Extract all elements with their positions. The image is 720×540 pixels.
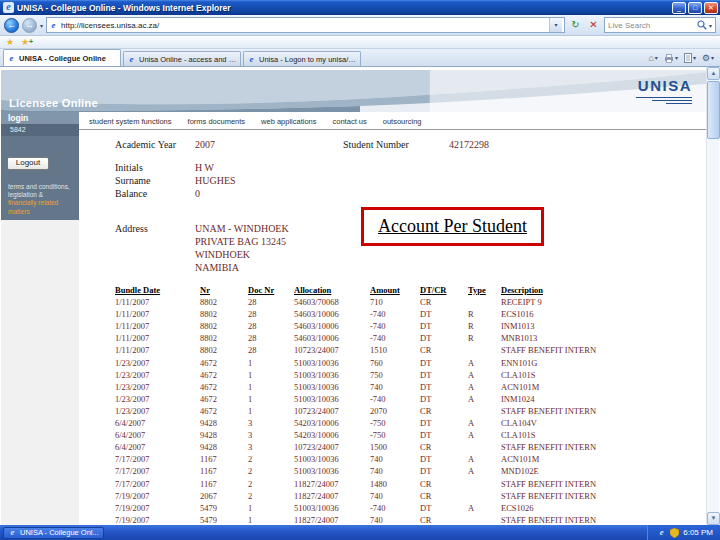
column-header: Bundle Date — [115, 284, 200, 296]
table-cell: A — [468, 369, 501, 381]
history-dropdown-icon[interactable]: ▾ — [40, 22, 43, 29]
address-field[interactable]: e http://licensees.unisa.ac.za/ ▾ — [46, 17, 565, 33]
table-cell: CR — [420, 490, 468, 502]
table-cell: 7/17/2007 — [115, 465, 200, 477]
table-cell: 1/23/2007 — [115, 393, 200, 405]
ie-window: e UNISA - Collegue Online - Windows Inte… — [0, 0, 720, 540]
search-dropdown-icon[interactable]: ▾ — [709, 22, 712, 29]
back-button[interactable]: ← — [4, 18, 19, 33]
stop-button[interactable]: ✕ — [586, 18, 601, 33]
address-bar: ← → ▾ e http://licensees.unisa.ac.za/ ▾ … — [0, 15, 720, 36]
table-cell: 1/23/2007 — [115, 405, 200, 417]
table-cell: MNB1013 — [501, 332, 702, 344]
table-row: 1/23/20074672151003/10036750DTACLA101S — [115, 369, 702, 381]
table-cell: 710 — [370, 296, 420, 308]
url-text[interactable]: http://licensees.unisa.ac.za/ — [61, 21, 546, 30]
nav-link[interactable]: web applications — [261, 117, 316, 126]
scroll-down-icon[interactable]: ▼ — [707, 512, 720, 525]
terms-line: legislation & — [8, 191, 74, 199]
nav-link[interactable]: student system functions — [89, 117, 172, 126]
table-cell: 4672 — [200, 381, 248, 393]
security-shield-icon[interactable] — [670, 528, 679, 538]
browser-tab[interactable]: eUNISA - Collegue Online — [3, 49, 121, 66]
nav-link[interactable]: forms documents — [188, 117, 246, 126]
table-row: 1/23/20074672151003/10036760DTAENN101G — [115, 357, 702, 369]
minimize-button[interactable]: _ — [672, 2, 686, 14]
table-cell: CR — [420, 514, 468, 525]
student-number-label: Student Number — [343, 138, 449, 151]
print-button[interactable]: ▾ — [664, 53, 678, 63]
table-cell: 28 — [248, 296, 294, 308]
search-icon[interactable] — [697, 20, 707, 30]
table-row: 7/17/20071167211827/240071480CRSTAFF BEN… — [115, 478, 702, 490]
refresh-button[interactable]: ↻ — [568, 18, 583, 33]
search-input[interactable]: Live Search ▾ — [604, 17, 716, 33]
page-menu-button[interactable]: ▾ — [684, 53, 696, 63]
table-cell: DT — [420, 369, 468, 381]
table-cell: 28 — [248, 332, 294, 344]
table-cell: 6/4/2007 — [115, 429, 200, 441]
table-cell: -750 — [370, 429, 420, 441]
table-cell: A — [468, 453, 501, 465]
table-row: 7/17/20071167251003/10036740DTAACN101M — [115, 453, 702, 465]
left-gutter — [1, 220, 79, 525]
terms-link[interactable]: financially related matters — [8, 199, 74, 216]
browser-tab[interactable]: eUnisa Online - access and regist... — [123, 51, 241, 66]
table-cell: A — [468, 357, 501, 369]
table-cell: DT — [420, 308, 468, 320]
favorites-star-icon[interactable]: ★ — [6, 37, 14, 48]
taskbar-task-button[interactable]: e UNISA - Collegue Onl... — [3, 527, 104, 539]
table-row: 1/11/200788022810723/240071510CRSTAFF BE… — [115, 344, 702, 356]
table-cell: 2 — [248, 453, 294, 465]
address-dropdown-icon[interactable]: ▾ — [549, 18, 562, 32]
maximize-button[interactable]: □ — [688, 2, 702, 14]
logout-button[interactable]: Logout — [7, 157, 49, 170]
browser-tab[interactable]: eUnisa - Logon to my unisa/colle... — [243, 51, 361, 66]
sidebar-terms: terms and conditions, legislation & fina… — [8, 183, 74, 217]
scroll-up-icon[interactable]: ▲ — [707, 67, 720, 80]
add-favorite-icon[interactable]: ★+ — [21, 37, 29, 48]
tab-favicon-icon: e — [127, 55, 136, 64]
forward-button[interactable]: → — [22, 18, 37, 33]
home-button[interactable]: ⌂ ▾ — [648, 53, 657, 63]
table-row: 1/11/200788022854603/10006-740DTRMNB1013 — [115, 332, 702, 344]
browser-viewport: Licensee Online UNISA login 5842 Logout … — [0, 67, 720, 525]
table-cell: 740 — [370, 490, 420, 502]
tray-ie-icon[interactable]: e — [657, 528, 666, 537]
table-cell: 1167 — [200, 453, 248, 465]
table-cell: 11827/24007 — [294, 514, 370, 525]
site-banner: Licensee Online UNISA — [1, 70, 706, 112]
table-cell: 28 — [248, 344, 294, 356]
table-cell: 51003/10036 — [294, 357, 370, 369]
table-cell: 2067 — [200, 490, 248, 502]
vertical-scrollbar[interactable]: ▲ ▼ — [706, 67, 719, 525]
table-cell: 2 — [248, 490, 294, 502]
table-cell: STAFF BENEFIT INTERN — [501, 344, 702, 356]
table-cell: 740 — [370, 381, 420, 393]
table-cell: 54603/70068 — [294, 296, 370, 308]
taskbar-task-label: UNISA - Collegue Onl... — [20, 528, 99, 537]
table-cell: 6/4/2007 — [115, 441, 200, 453]
account-table: Bundle DateNrDoc NrAllocationAmountDT/CR… — [79, 284, 702, 525]
tab-favicon-icon: e — [7, 54, 16, 63]
account-title-box: Account Per Student — [361, 207, 544, 246]
table-cell: -740 — [370, 332, 420, 344]
table-cell: 51003/10036 — [294, 369, 370, 381]
unisa-logo-text: UNISA — [638, 77, 692, 94]
close-button[interactable]: ✕ — [704, 2, 718, 14]
tools-menu-button[interactable]: ⚙ ▾ — [702, 53, 714, 63]
scrollbar-thumb[interactable] — [707, 81, 720, 139]
table-cell: DT — [420, 453, 468, 465]
table-cell: 740 — [370, 514, 420, 525]
table-cell: 51003/10036 — [294, 381, 370, 393]
table-row: 7/19/20075479151003/10036-740DTAECS1026 — [115, 502, 702, 514]
table-cell: 11827/24007 — [294, 490, 370, 502]
sidebar-user-code: 5842 — [1, 125, 79, 136]
nav-link[interactable]: contact us — [333, 117, 367, 126]
title-bar: e UNISA - Collegue Online - Windows Inte… — [0, 0, 720, 15]
table-cell: MND102E — [501, 465, 702, 477]
table-cell: 7/19/2007 — [115, 490, 200, 502]
table-cell: 51003/10036 — [294, 502, 370, 514]
nav-link[interactable]: outsourcing — [383, 117, 422, 126]
table-cell: DT — [420, 381, 468, 393]
